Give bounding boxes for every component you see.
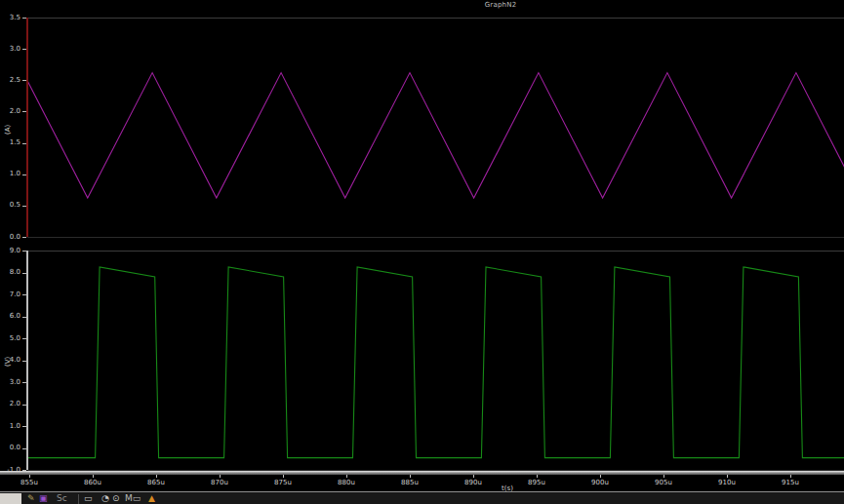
trace-triangle-wave	[26, 73, 844, 199]
y-tick-mark	[22, 338, 26, 339]
y-tick-mark	[22, 237, 26, 238]
y-tick-mark	[22, 206, 26, 207]
start-button-sliver[interactable]	[0, 493, 21, 504]
y-tick-label: 0.0	[0, 233, 20, 242]
x-tick-label: 870u	[204, 479, 235, 486]
pen-icon[interactable]: ✎	[27, 493, 35, 504]
y-tick-label: 5.0	[0, 334, 20, 343]
y-tick-mark	[22, 294, 26, 295]
y-tick-mark	[22, 18, 26, 19]
toolbar-separator	[78, 494, 79, 504]
y-tick-label: 7.0	[0, 291, 20, 299]
y-tick-label: 3.0	[0, 45, 20, 54]
y-tick-mark	[22, 251, 26, 252]
info-icon[interactable]: ⊙	[112, 493, 120, 504]
y-tick-label: 0.0	[0, 444, 20, 452]
graph-window: GraphN2 3.53.02.52.01.51.00.50.09.08.07.…	[0, 0, 844, 504]
x-tick-label: 915u	[775, 479, 806, 486]
panel-top-border	[27, 251, 844, 252]
x-tick-label: 885u	[394, 479, 425, 486]
toolbar-label: Sc	[57, 493, 67, 504]
x-tick-label: 910u	[711, 479, 743, 486]
x-tick-label: 895u	[521, 479, 552, 486]
clock-icon[interactable]: ◔	[101, 493, 109, 504]
y-tick-mark	[22, 49, 26, 50]
y-tick-mark	[22, 111, 26, 112]
x-tick-label: 855u	[14, 479, 45, 486]
warning-icon[interactable]: ▲	[148, 493, 155, 504]
y-tick-label: 0.5	[0, 201, 20, 210]
y-tick-label: 8.0	[0, 268, 20, 277]
waveform-canvas	[0, 0, 844, 504]
y-tick-mark	[22, 143, 26, 144]
x-tick-label: 865u	[141, 479, 172, 486]
y-tick-mark	[22, 405, 26, 406]
bottom-y-axis-unit: (V)	[4, 351, 12, 367]
top-y-axis-unit: (A)	[4, 119, 12, 135]
panel-y-axis	[26, 18, 28, 237]
y-tick-mark	[22, 361, 26, 362]
trace-square-wave	[26, 267, 844, 458]
y-tick-label: 2.0	[0, 400, 20, 408]
x-tick-label: 880u	[331, 479, 362, 486]
y-tick-label: 1.5	[0, 138, 20, 147]
panel-bottom-border	[27, 237, 844, 238]
y-tick-label: 6.0	[0, 312, 20, 321]
graph-title: GraphN2	[485, 1, 517, 9]
y-tick-mark	[22, 426, 26, 427]
y-tick-mark	[22, 174, 26, 175]
y-tick-label: 2.0	[0, 107, 20, 116]
y-tick-label: 9.0	[0, 247, 20, 255]
y-tick-label: 1.0	[0, 170, 20, 178]
x-tick-label: 860u	[77, 479, 108, 486]
x-tick-label: 905u	[648, 479, 679, 486]
x-tick-label: 890u	[458, 479, 489, 486]
measure-icon[interactable]: M▭	[125, 493, 141, 504]
y-tick-label: 2.5	[0, 76, 20, 85]
y-tick-label: 1.0	[0, 422, 20, 431]
window-icon[interactable]: ▭	[84, 493, 93, 504]
y-tick-mark	[22, 448, 26, 449]
panel-y-axis	[26, 251, 28, 470]
bottom-toolbar: ✎▣Sc▭◔⊙M▭▲	[0, 491, 844, 504]
x-tick-label: 875u	[267, 479, 299, 486]
horizontal-scrollbar[interactable]	[0, 471, 844, 475]
y-tick-mark	[22, 273, 26, 274]
active-app-icon[interactable]: ▣	[39, 493, 48, 504]
y-tick-mark	[22, 317, 26, 318]
y-tick-mark	[22, 80, 26, 81]
y-tick-mark	[22, 382, 26, 383]
y-tick-label: 3.5	[0, 14, 20, 22]
x-tick-label: 900u	[584, 479, 616, 486]
panel-top-border	[27, 18, 844, 19]
y-tick-label: 3.0	[0, 378, 20, 387]
